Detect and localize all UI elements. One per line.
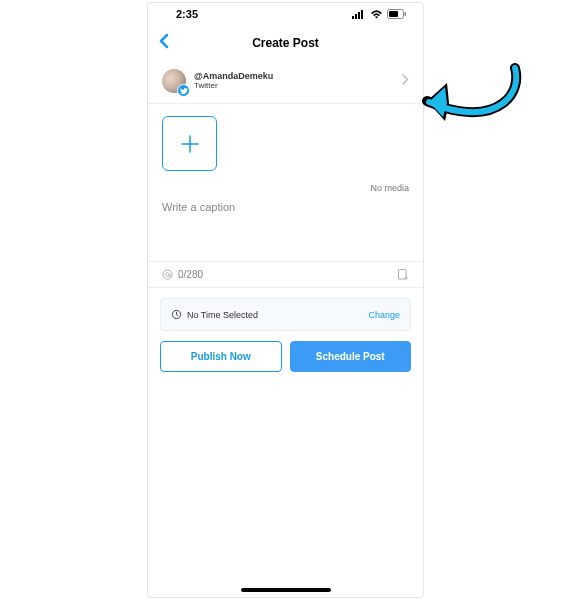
account-handle: @AmandaDemeku <box>194 72 402 82</box>
clock-icon <box>171 309 182 320</box>
signal-icon <box>352 10 366 19</box>
counter-row: 0/280 <box>148 261 423 288</box>
annotation-arrow-icon <box>415 53 535 153</box>
twitter-badge-icon <box>177 84 190 97</box>
change-time-link[interactable]: Change <box>368 310 400 320</box>
plus-icon <box>179 133 201 155</box>
time-selector[interactable]: No Time Selected Change <box>160 298 411 331</box>
chevron-left-icon <box>158 33 170 49</box>
page-title: Create Post <box>252 36 319 50</box>
wifi-icon <box>370 10 383 19</box>
publish-now-button[interactable]: Publish Now <box>160 341 282 372</box>
account-platform: Twitter <box>194 82 402 91</box>
time-label: No Time Selected <box>187 310 258 320</box>
add-media-button[interactable] <box>162 116 217 171</box>
svg-rect-0 <box>352 16 354 19</box>
avatar-wrap <box>162 69 186 93</box>
status-bar: 2:35 <box>148 3 423 25</box>
back-button[interactable] <box>158 33 170 54</box>
svg-rect-1 <box>355 14 357 19</box>
caption-section <box>148 195 423 261</box>
schedule-section: No Time Selected Change Publish Now Sche… <box>148 288 423 382</box>
account-selector[interactable]: @AmandaDemeku Twitter <box>148 61 423 104</box>
svg-point-8 <box>166 273 170 277</box>
counter-left: 0/280 <box>162 269 203 280</box>
caption-input[interactable] <box>162 201 409 253</box>
phone-frame: 2:35 Create Post @AmandaDemeku Twitter <box>147 2 424 598</box>
battery-icon <box>387 9 407 19</box>
status-time: 2:35 <box>164 8 198 20</box>
svg-rect-6 <box>405 12 407 16</box>
time-left: No Time Selected <box>171 309 258 320</box>
media-section <box>148 104 423 177</box>
attachment-icon[interactable] <box>397 268 409 281</box>
no-media-label: No media <box>148 177 423 195</box>
svg-point-7 <box>163 270 172 279</box>
svg-rect-3 <box>361 10 363 19</box>
character-counter: 0/280 <box>178 269 203 280</box>
account-info: @AmandaDemeku Twitter <box>194 72 402 91</box>
schedule-post-button[interactable]: Schedule Post <box>290 341 412 372</box>
svg-rect-5 <box>389 11 398 17</box>
header: Create Post <box>148 25 423 61</box>
button-row: Publish Now Schedule Post <box>160 341 411 372</box>
svg-rect-2 <box>358 12 360 19</box>
chevron-right-icon <box>402 74 409 88</box>
status-icons <box>352 9 407 19</box>
home-indicator[interactable] <box>241 588 331 592</box>
mention-icon <box>162 269 173 280</box>
